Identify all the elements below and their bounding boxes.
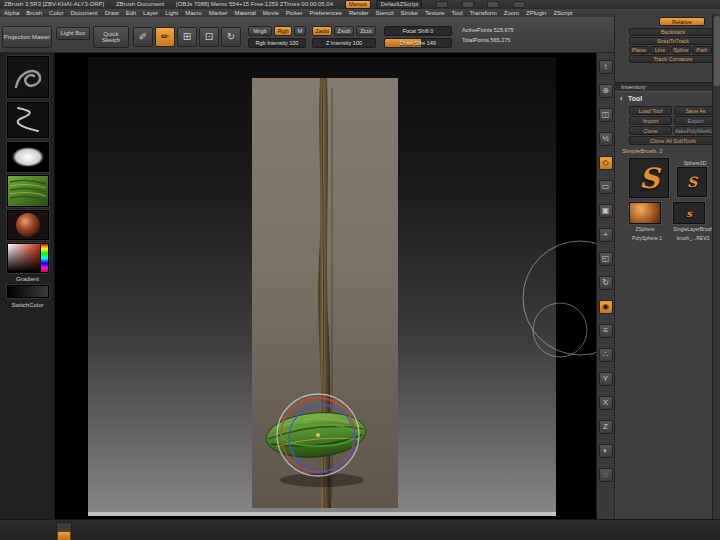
sphere3d-thumb[interactable]: S	[677, 167, 707, 197]
m-button[interactable]: M	[294, 26, 306, 36]
gradient-label[interactable]: Gradient	[0, 276, 55, 282]
save-as-button[interactable]: Save As	[674, 106, 717, 115]
stroke-thumb[interactable]	[7, 102, 49, 138]
panel-scrollbar-thumb[interactable]	[714, 16, 720, 86]
lsym-icon[interactable]: ≡	[599, 324, 613, 338]
aa-half-icon[interactable]: ½	[599, 132, 613, 146]
collapse-icon[interactable]: ‹	[620, 95, 622, 102]
leaf-pod-with-gyro[interactable]	[252, 385, 387, 490]
y-axis-icon[interactable]: Y	[599, 372, 613, 386]
canvas-rotate-widget[interactable]	[510, 232, 598, 372]
zsphere-thumb[interactable]	[629, 202, 661, 224]
zcut-button[interactable]: Zcut	[356, 26, 376, 36]
menu-item[interactable]: Light	[165, 10, 178, 16]
switchcolor-label[interactable]: SwitchColor	[0, 302, 55, 308]
active-indicator-icon[interactable]	[57, 531, 71, 540]
menu-item[interactable]: Alpha	[4, 10, 19, 16]
actual-size-icon[interactable]: ◫	[599, 108, 613, 122]
ghost-icon[interactable]: ◌	[599, 468, 613, 482]
menu-item[interactable]: Stroke	[401, 10, 418, 16]
rotate-icon[interactable]: ↻	[599, 276, 613, 290]
menu-item[interactable]: Texture	[425, 10, 445, 16]
menu-item[interactable]: Movie	[263, 10, 279, 16]
draw-size-slider[interactable]: Draw Size 149	[384, 38, 452, 48]
zoom-icon[interactable]: ⊕	[599, 84, 613, 98]
move-icon[interactable]: +	[599, 228, 613, 242]
z-axis-icon[interactable]: Z	[599, 420, 613, 434]
menu-item[interactable]: Preferences	[310, 10, 342, 16]
projection-master-button[interactable]: Projection Master	[2, 26, 52, 48]
menu-item[interactable]: Brush	[26, 10, 42, 16]
default-zscript-button[interactable]: DefaultZScript	[376, 0, 422, 9]
menu-item[interactable]: Zoom	[504, 10, 519, 16]
titlebar-mini-button[interactable]	[436, 1, 448, 8]
zadd-button[interactable]: Zadd	[312, 26, 332, 36]
menu-item[interactable]: Picker	[286, 10, 303, 16]
light-box-button[interactable]: Light Box	[56, 27, 90, 40]
zsub-button[interactable]: Zsub	[334, 26, 354, 36]
titlebar-mini-button[interactable]	[487, 1, 499, 8]
rgb-button[interactable]: Rgb	[274, 26, 292, 36]
focal-shift-slider[interactable]: Focal Shift 0	[384, 26, 452, 36]
make-polymesh3d-button[interactable]: MakePolyMesh3D	[674, 126, 717, 135]
z-intensity-slider[interactable]: Z Intensity 100	[312, 38, 376, 48]
menus-button[interactable]: Menus	[345, 0, 371, 9]
document-canvas[interactable]	[55, 53, 598, 519]
titlebar-mini-button[interactable]	[513, 1, 525, 8]
edit-mode-button[interactable]: ✐	[133, 27, 153, 47]
export-button[interactable]: Export	[674, 116, 717, 125]
transp-icon[interactable]: ◐	[599, 444, 613, 458]
menu-item[interactable]: Tool	[452, 10, 463, 16]
backtrack-button[interactable]: Backtrack	[629, 28, 717, 36]
snap-to-track-button[interactable]: SnapToTrack	[629, 37, 717, 45]
clone-button[interactable]: Clone	[629, 126, 672, 135]
texture-thumb[interactable]	[7, 175, 49, 207]
single-layer-brush-thumb[interactable]: s	[673, 202, 705, 224]
current-brush-thumb[interactable]	[7, 56, 49, 98]
menu-item[interactable]: Layer	[143, 10, 158, 16]
local-icon[interactable]: ◉	[599, 300, 613, 314]
menu-item[interactable]: Document	[70, 10, 97, 16]
relative-button[interactable]: Relative	[659, 17, 705, 26]
current-tool-section-label[interactable]: SimpleBrush. 2	[622, 148, 663, 154]
menu-item[interactable]: Macro	[185, 10, 202, 16]
menu-item[interactable]: Color	[49, 10, 63, 16]
menu-item[interactable]: ZPlugin	[526, 10, 546, 16]
shape-button[interactable]: Plane	[629, 46, 649, 54]
xyz-icon[interactable]: ∴	[599, 348, 613, 362]
rgb-intensity-slider[interactable]: Rgb Intensity 100	[248, 38, 306, 48]
shape-button[interactable]: Path	[692, 46, 712, 54]
menu-item[interactable]: Material	[234, 10, 255, 16]
scroll-icon[interactable]: ↕	[599, 60, 613, 74]
titlebar-mini-button[interactable]	[462, 1, 474, 8]
material-thumb[interactable]	[7, 210, 49, 240]
menu-item[interactable]: Transform	[470, 10, 497, 16]
scale-mode-button[interactable]: ⊡	[199, 27, 219, 47]
import-button[interactable]: Import	[629, 116, 672, 125]
menu-item[interactable]: ZScript	[553, 10, 572, 16]
rotate-mode-button[interactable]: ↻	[221, 27, 241, 47]
persp-icon[interactable]: ◇	[599, 156, 613, 170]
shape-button[interactable]: Spline	[671, 46, 691, 54]
move-mode-button[interactable]: ⊞	[177, 27, 197, 47]
load-tool-button[interactable]: Load Tool	[629, 106, 672, 115]
alpha-thumb[interactable]	[7, 142, 49, 172]
scale-icon[interactable]: ◱	[599, 252, 613, 266]
color-picker[interactable]	[7, 243, 49, 273]
menu-item[interactable]: Draw	[105, 10, 119, 16]
draw-mode-button[interactable]: ✏	[155, 27, 175, 47]
quick-sketch-button[interactable]: Quick Sketch	[93, 26, 129, 48]
floor-icon[interactable]: ▭	[599, 180, 613, 194]
x-axis-icon[interactable]: X	[599, 396, 613, 410]
menu-item[interactable]: Render	[349, 10, 369, 16]
panel-scrollbar[interactable]	[712, 14, 720, 519]
track-curvature-slider[interactable]: Track Curvature	[629, 55, 717, 63]
mrgb-button[interactable]: Mrgb	[248, 26, 272, 36]
frame-icon[interactable]: ▣	[599, 204, 613, 218]
gradient-swatch[interactable]	[7, 285, 49, 298]
shape-button[interactable]: Line	[650, 46, 670, 54]
menu-item[interactable]: Edit	[126, 10, 136, 16]
menu-item[interactable]: Marker	[209, 10, 228, 16]
clone-all-subtools-button[interactable]: Clone All SubTools	[629, 136, 717, 145]
menu-item[interactable]: Stencil	[376, 10, 394, 16]
